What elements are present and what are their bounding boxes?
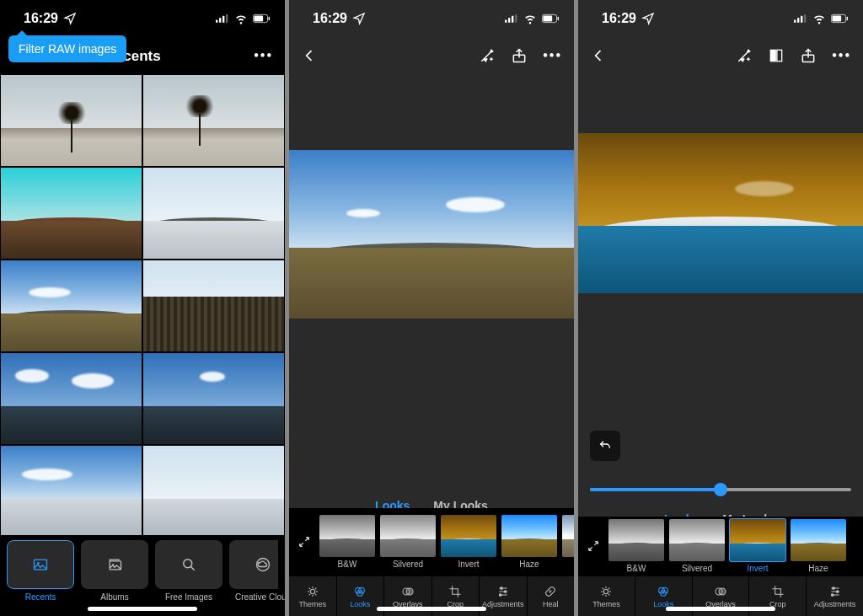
location-icon (641, 12, 655, 25)
signal-icon (794, 12, 807, 25)
undo-button[interactable] (590, 431, 620, 461)
photo-grid (0, 74, 285, 535)
overlays-icon (714, 585, 727, 598)
look-label: Silvered (393, 560, 423, 569)
tool-label: Heal (543, 600, 559, 608)
grid-thumb[interactable] (1, 446, 142, 535)
svg-rect-16 (515, 14, 517, 23)
back-icon[interactable] (590, 47, 607, 64)
home-indicator[interactable] (88, 607, 197, 611)
status-time: 16:29 (313, 12, 347, 25)
more-icon[interactable]: ••• (832, 48, 851, 63)
tool-themes[interactable]: Themes (289, 576, 336, 616)
nav-label: Recents (7, 592, 74, 602)
svg-rect-19 (558, 17, 559, 20)
look-item[interactable]: Silvered (380, 515, 436, 569)
looks-strip[interactable]: B&W Silvered Invert Haze Pastel (289, 508, 574, 576)
tooltip-label: Filter RAW images (19, 42, 116, 56)
expand-icon[interactable] (294, 532, 314, 552)
tool-themes[interactable]: Themes (578, 576, 635, 616)
look-item[interactable]: B&W (608, 519, 664, 573)
look-item[interactable]: Haze (501, 515, 557, 569)
look-item[interactable]: Haze (791, 519, 846, 573)
svg-rect-39 (777, 50, 782, 61)
nav-recents[interactable] (7, 540, 74, 589)
status-bar: 16:29 (289, 0, 574, 37)
grid-thumb[interactable] (143, 446, 284, 535)
share-icon[interactable] (800, 47, 817, 64)
look-label: Haze (808, 564, 828, 573)
look-item[interactable]: B&W (319, 515, 375, 569)
home-indicator[interactable] (666, 607, 775, 611)
signal-icon (505, 12, 518, 25)
nav-creative-cloud[interactable] (229, 540, 278, 589)
svg-rect-3 (226, 14, 228, 23)
svg-rect-13 (505, 20, 507, 23)
look-item[interactable]: Pastel (562, 515, 574, 569)
gallery-bottom-nav: Recents Albums Free Images Creative Clou… (0, 535, 285, 616)
svg-rect-1 (219, 18, 221, 23)
svg-rect-5 (254, 15, 263, 21)
signal-icon (216, 12, 229, 25)
grid-thumb[interactable] (143, 353, 284, 444)
look-label: Haze (519, 560, 539, 569)
share-icon[interactable] (511, 47, 528, 64)
look-label: Invert (458, 560, 479, 569)
grid-thumb[interactable] (143, 75, 284, 166)
gallery-screen: 16:29 Filter RAW images Recents ••• (0, 0, 285, 616)
grid-thumb[interactable] (143, 168, 284, 259)
compare-icon[interactable] (768, 47, 785, 64)
filter-raw-tooltip[interactable]: Filter RAW images (8, 35, 126, 62)
nav-label: Free Images (155, 592, 222, 602)
svg-rect-34 (804, 14, 806, 23)
tool-adjustments[interactable]: Adjustments (806, 576, 863, 616)
status-time: 16:29 (24, 12, 58, 25)
back-icon[interactable] (301, 47, 318, 64)
nav-albums[interactable] (81, 540, 148, 589)
more-icon[interactable]: ••• (254, 48, 273, 63)
tool-label: Adjustments (814, 600, 856, 608)
auto-enhance-icon[interactable] (479, 47, 496, 64)
albums-icon (106, 556, 123, 573)
look-label: Invert (747, 564, 768, 573)
look-item[interactable]: Silvered (669, 519, 725, 573)
editor-photo[interactable] (289, 150, 574, 319)
battery-icon (542, 10, 559, 27)
tool-heal[interactable]: Heal (527, 576, 575, 616)
grid-thumb[interactable] (1, 353, 142, 444)
svg-rect-36 (832, 15, 841, 21)
nav-free-images[interactable] (155, 540, 222, 589)
wifi-icon (234, 12, 248, 25)
look-label: Silvered (682, 564, 712, 573)
expand-icon[interactable] (583, 536, 603, 556)
look-label: B&W (338, 560, 357, 569)
svg-point-46 (719, 588, 726, 595)
svg-rect-6 (269, 17, 270, 20)
svg-rect-33 (801, 16, 802, 23)
svg-rect-2 (222, 16, 224, 23)
adjustments-icon (496, 585, 510, 598)
grid-thumb[interactable] (1, 168, 142, 259)
location-icon (63, 12, 77, 25)
svg-rect-38 (771, 50, 776, 61)
look-item[interactable]: Invert (441, 515, 496, 569)
heal-icon (544, 585, 557, 598)
crop-icon (771, 585, 785, 598)
svg-point-48 (836, 590, 839, 592)
grid-thumb[interactable] (1, 260, 142, 351)
nav-label: Albums (81, 592, 148, 602)
home-indicator[interactable] (377, 607, 486, 611)
editor-photo[interactable] (578, 133, 863, 293)
look-item[interactable]: Invert (730, 519, 785, 573)
looks-strip[interactable]: B&W Silvered Invert Haze (578, 517, 863, 576)
editor-header: ••• (578, 37, 863, 74)
svg-rect-15 (512, 16, 513, 23)
svg-point-26 (406, 588, 413, 595)
grid-thumb[interactable] (143, 260, 284, 351)
grid-thumb[interactable] (1, 75, 142, 166)
intensity-slider[interactable] (590, 479, 851, 500)
more-icon[interactable]: ••• (543, 48, 562, 63)
auto-enhance-icon[interactable] (736, 47, 753, 64)
look-label: B&W (627, 564, 646, 573)
status-bar: 16:29 (578, 0, 863, 37)
